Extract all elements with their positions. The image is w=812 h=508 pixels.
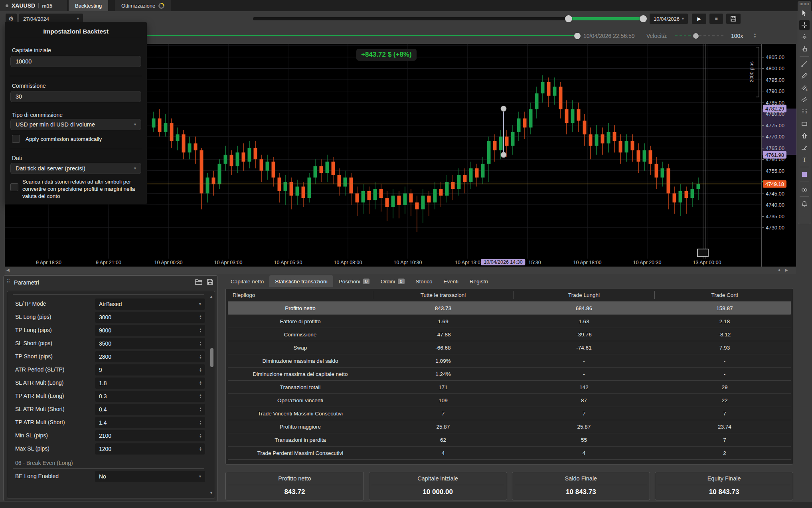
playback-current-time: 10/04/2026 22:56:59	[583, 33, 634, 39]
parameter-stepper[interactable]: 2800▲▼	[95, 351, 205, 362]
speed-stepper[interactable]: ▲▼	[753, 33, 757, 38]
tool-crosshair-dashed[interactable]	[799, 32, 810, 42]
end-date-dropdown[interactable]: 10/04/2026▼	[650, 14, 688, 24]
candle-body	[326, 162, 329, 173]
speed-slider-handle[interactable]	[693, 33, 699, 39]
play-button[interactable]: ▶	[692, 14, 706, 24]
tool-arrow-up[interactable]	[799, 130, 810, 141]
table-row[interactable]: Fattore di profitto1.691.632.18	[228, 315, 791, 328]
parameter-stepper[interactable]: 9000▲▼	[95, 325, 205, 336]
parameter-stepper[interactable]: 3500▲▼	[95, 338, 205, 349]
trend-line-icon	[801, 60, 808, 67]
open-folder-icon[interactable]	[195, 279, 203, 285]
tab-registri[interactable]: Registri	[464, 275, 494, 287]
text-icon: T	[801, 156, 808, 163]
table-row[interactable]: Perdita maggiore-24.64-24.64-24.64	[228, 460, 791, 465]
drag-handle-icon[interactable]: ••••••••••••••	[800, 2, 809, 6]
cell-value: Trade Lunghi	[514, 289, 654, 302]
tool-color-swatch[interactable]	[799, 169, 810, 180]
parameter-stepper[interactable]: 9▲▼	[95, 364, 205, 376]
parameter-select[interactable]: AtrBased▼	[95, 298, 205, 310]
tab-posizioni[interactable]: Posizioni0	[333, 275, 375, 287]
parameter-stepper[interactable]: 0.4▲▼	[95, 404, 205, 415]
symbol-selector[interactable]: XAUUSD m15	[0, 0, 67, 11]
parameter-stepper[interactable]: 1.4▲▼	[95, 417, 205, 428]
table-row[interactable]: Trade Vincenti Massimi Consecutivi777	[228, 407, 791, 420]
candle-body	[679, 191, 682, 202]
range-start-handle[interactable]	[565, 15, 572, 22]
commission-type-select[interactable]: USD per mln di USD di volume ▼	[10, 119, 141, 130]
chart-horizontal-scrollbar[interactable]: ◀ ● ▶	[5, 267, 796, 274]
table-row[interactable]: Transazioni in perdita62557	[228, 433, 791, 447]
tab-ordini[interactable]: Ordini0	[375, 275, 410, 287]
parameter-stepper[interactable]: 2100▲▼	[95, 430, 205, 441]
tool-pointer[interactable]	[799, 8, 810, 18]
scroll-left-icon[interactable]: ◀	[6, 268, 10, 272]
cell-value: 158.87	[654, 302, 793, 315]
price-axis[interactable]: 4805.004800.004795.004790.004785.004780.…	[761, 44, 796, 267]
axis-tick	[762, 159, 764, 160]
apply-commission-checkbox[interactable]	[12, 135, 20, 143]
save-icon[interactable]	[207, 279, 213, 285]
parameter-row: ATR Period (SL/TP)9▲▼	[7, 364, 215, 377]
tool-parallel-lines[interactable]	[799, 95, 810, 105]
capital-input[interactable]: 10000	[10, 56, 141, 67]
table-row[interactable]: Profitto maggiore25.8725.8723.74	[228, 420, 791, 433]
start-date-value: 27/04/2024	[23, 16, 49, 22]
tool-binoculars[interactable]	[799, 184, 810, 194]
tab-ottimizzazione[interactable]: Ottimizzazione	[115, 0, 171, 11]
range-end-handle[interactable]	[640, 15, 647, 22]
tool-equidistant-channel[interactable]: E	[799, 83, 810, 93]
stop-button[interactable]: ■	[709, 14, 723, 24]
tab-backtesting[interactable]: Backtesting	[69, 0, 108, 11]
download-history-checkbox[interactable]	[10, 183, 18, 191]
statistics-table: RiepilogoTutte le transazioniTrade Lungh…	[225, 288, 793, 465]
tab-eventi[interactable]: Eventi	[438, 275, 464, 287]
data-source-select[interactable]: Dati tick dal server (precisi) ▼	[10, 163, 141, 174]
scroll-right-icon[interactable]: ▶	[785, 268, 788, 272]
scrollbar-thumb[interactable]	[210, 348, 213, 367]
candle-body	[308, 178, 311, 198]
commission-input[interactable]: 30	[10, 91, 141, 102]
price-label: 4775.00	[766, 122, 784, 128]
tool-magnet-crop[interactable]	[799, 44, 810, 54]
tool-text[interactable]: T	[799, 154, 810, 165]
save-button[interactable]	[726, 14, 741, 24]
tool-trend-arrow[interactable]	[799, 142, 810, 153]
time-axis[interactable]: 9 Apr 18:309 Apr 21:0010 Apr 00:3010 Apr…	[5, 259, 761, 267]
table-row[interactable]: Swap-66.68-74.617.93	[228, 341, 791, 354]
table-row[interactable]: Operazioni vincenti1098722	[228, 394, 791, 407]
tool-rectangle[interactable]	[799, 119, 810, 129]
speed-slider-right	[699, 36, 725, 36]
tool-fibonacci-grid[interactable]: F	[799, 107, 810, 117]
equidistant-channel-icon: E	[801, 84, 808, 91]
parameter-label: TP Long (pips)	[15, 327, 52, 333]
column-header: Riepilogo	[228, 289, 373, 302]
tool-crosshair[interactable]	[799, 20, 810, 30]
parameter-stepper[interactable]: 1.8▲▼	[95, 378, 205, 389]
table-row[interactable]: Trade Perdenti Massimi Consecutivi442	[228, 447, 791, 460]
tab-capitale-netto[interactable]: Capitale netto	[225, 275, 269, 287]
parameter-stepper[interactable]: 0.3▲▼	[95, 391, 205, 402]
tool-pencil[interactable]	[799, 71, 810, 81]
candle-body	[397, 196, 401, 205]
parameters-scrollbar[interactable]	[210, 297, 214, 492]
parameter-stepper[interactable]: 3000▲▼	[95, 312, 205, 323]
table-row[interactable]: Transazioni totali17114229	[228, 381, 791, 394]
candle-body	[547, 82, 551, 96]
table-row[interactable]: Diminuzione massima del saldo1.09%--	[228, 354, 791, 368]
stop-icon: ■	[715, 16, 717, 22]
tool-trend-line[interactable]	[799, 59, 810, 69]
tab-storico[interactable]: Storico	[410, 275, 438, 287]
divider	[10, 149, 142, 149]
table-row[interactable]: Commissione-47.88-39.76-8.12	[228, 328, 791, 341]
axis-tick	[762, 80, 764, 80]
parameter-stepper[interactable]: 1200▲▼	[95, 443, 205, 455]
tool-bell[interactable]	[799, 199, 810, 209]
parameter-row: TP Long (pips)9000▲▼	[7, 324, 215, 337]
parameter-select[interactable]: No▼	[95, 471, 205, 482]
playback-progress-handle[interactable]	[574, 33, 581, 39]
tab-statistiche-transazioni[interactable]: Statistiche transazioni	[269, 275, 333, 287]
table-row[interactable]: Profitto netto843.73684.86158.87	[228, 302, 791, 315]
table-row[interactable]: Diminuzione massima del capitale netto1.…	[228, 368, 791, 381]
